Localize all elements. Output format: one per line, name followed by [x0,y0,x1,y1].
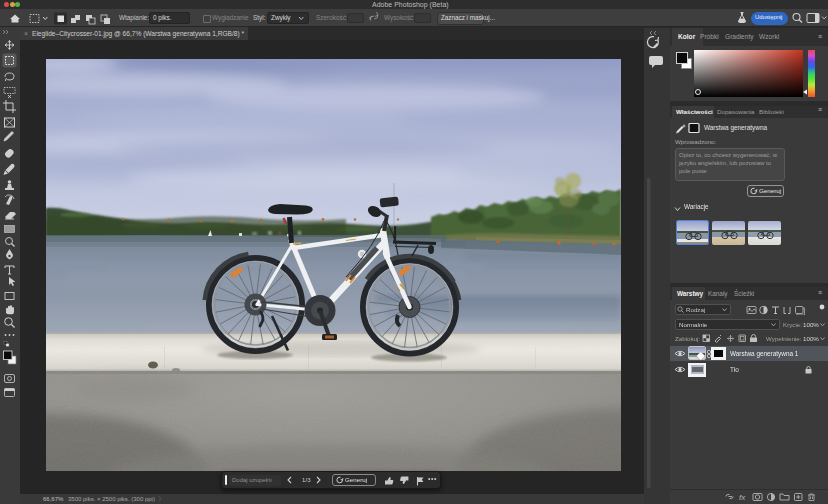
svg-text:fx: fx [739,493,746,502]
